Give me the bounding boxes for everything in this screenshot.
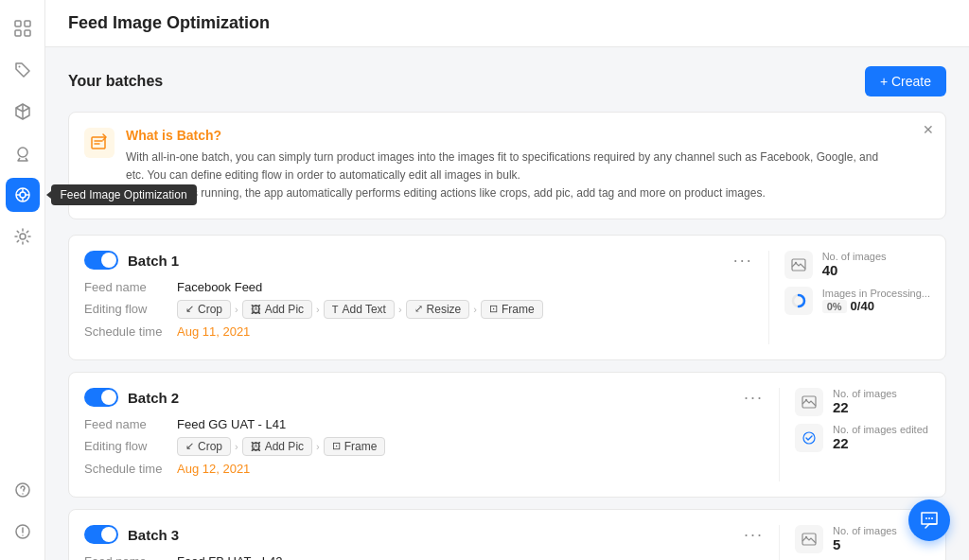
info-banner: What is Batch? With all-in-one batch, yo… xyxy=(68,112,946,219)
batch-title-row: Batch 1 xyxy=(84,251,179,270)
batch-title-row: Batch 2 xyxy=(84,388,179,407)
svg-point-30 xyxy=(931,517,933,519)
svg-point-20 xyxy=(794,261,796,263)
close-banner-button[interactable]: ✕ xyxy=(923,122,934,137)
stat-text-1: No. of images edited 22 xyxy=(833,424,928,451)
stat-label: Images in Processing... xyxy=(822,288,930,299)
sidebar-item-badge[interactable] xyxy=(6,136,40,170)
create-button[interactable]: + Create xyxy=(865,66,946,96)
svg-rect-3 xyxy=(25,30,30,36)
batch-toggle-1[interactable] xyxy=(84,251,118,270)
batch-toggle-3[interactable] xyxy=(84,525,118,544)
chat-button[interactable] xyxy=(908,499,950,541)
info-banner-title: What is Batch? xyxy=(126,128,878,143)
batch-card-2: Batch 2 ··· Feed name Feed GG UAT - L41 … xyxy=(68,372,946,498)
svg-point-13 xyxy=(16,483,29,497)
batch-card-3: Batch 3 ··· Feed name Feed FB UAT - L42 … xyxy=(68,509,946,560)
help-circle-icon[interactable] xyxy=(6,473,40,507)
batch-more-menu-3[interactable]: ··· xyxy=(744,525,764,545)
sidebar-bottom xyxy=(6,473,40,549)
editing-flow-label: Editing flow xyxy=(84,439,169,453)
stat-text-0: No. of images 22 xyxy=(833,388,897,415)
batch-main-1: Batch 1 ··· Feed name Facebook Feed Edit… xyxy=(84,251,753,344)
grid-icon[interactable] xyxy=(6,11,40,45)
stat-text-0: No. of images 5 xyxy=(833,525,897,552)
svg-rect-2 xyxy=(15,30,21,36)
feed-name-label: Feed name xyxy=(84,554,169,560)
batch-stats-2: No. of images 22 No. of images edited 22 xyxy=(779,388,930,481)
flow-pill-crop: ↙ Crop xyxy=(177,300,231,319)
batch-title-row: Batch 3 xyxy=(84,525,179,544)
svg-point-17 xyxy=(22,534,24,536)
info-banner-icon xyxy=(84,128,115,158)
svg-point-4 xyxy=(18,66,20,68)
page-header: Feed Image Optimization xyxy=(45,0,969,47)
stat-label-0: No. of images xyxy=(833,525,897,536)
info-banner-body: What is Batch? With all-in-one batch, yo… xyxy=(126,128,878,203)
page-title: Feed Image Optimization xyxy=(68,13,270,32)
batch-stats-1: No. of images 40 Images in Process xyxy=(768,251,930,344)
stat-label-0: No. of images xyxy=(822,251,887,262)
batch-stats-3: No. of images 5 No. of images edited 5 xyxy=(779,525,930,560)
stat-icon-1 xyxy=(795,424,823,452)
sidebar-item-box[interactable] xyxy=(6,95,40,129)
svg-point-24 xyxy=(803,432,815,444)
stat-label-1: No. of images edited xyxy=(833,424,928,435)
stat-icon-0 xyxy=(795,388,823,416)
sidebar-tooltip: Feed Image Optimization xyxy=(51,184,197,205)
batch-feed-row-2: Feed name Feed GG UAT - L41 xyxy=(84,417,764,431)
batch-schedule-row-1: Schedule time Aug 11, 2021 xyxy=(84,324,753,339)
batch-title-2: Batch 2 xyxy=(128,390,179,406)
batch-flow-row-2: Editing flow ↙ Crop›🖼 Add Pic›⊡ Frame xyxy=(84,437,764,456)
feed-name-value-2: Feed GG UAT - L41 xyxy=(177,417,286,431)
tag-icon[interactable] xyxy=(6,53,40,87)
flow-pill-add-pic: 🖼 Add Pic xyxy=(242,300,312,319)
batch-header-1: Batch 1 ··· xyxy=(84,251,753,271)
sidebar-item-grid[interactable] xyxy=(6,11,40,45)
stat-item-1: No. of images edited 22 xyxy=(795,424,930,452)
batch-title-1: Batch 1 xyxy=(128,253,179,269)
box-icon[interactable] xyxy=(6,95,40,129)
flow-pill-add-text: T Add Text xyxy=(324,300,395,319)
stat-text-0: No. of images 40 xyxy=(822,251,887,278)
schedule-time-label: Schedule time xyxy=(84,324,169,339)
flow-arrow: › xyxy=(316,441,320,452)
svg-point-7 xyxy=(20,192,26,198)
settings-icon[interactable] xyxy=(6,219,40,254)
sidebar-item-tag[interactable] xyxy=(6,53,40,87)
batch-more-menu-1[interactable]: ··· xyxy=(733,251,753,271)
batch-schedule-row-2: Schedule time Aug 12, 2021 xyxy=(84,462,764,476)
stat-item-0: No. of images 40 xyxy=(784,251,930,279)
feed-optimization-icon[interactable] xyxy=(6,178,40,212)
svg-point-28 xyxy=(925,517,927,519)
sidebar-item-feed[interactable]: Feed Image Optimization xyxy=(6,178,40,212)
svg-point-12 xyxy=(20,234,26,239)
batch-header-2: Batch 2 ··· xyxy=(84,388,764,408)
badge-icon[interactable] xyxy=(6,136,40,170)
progress-percent: 0% xyxy=(822,300,847,313)
flow-arrow: › xyxy=(316,304,320,315)
stat-icon-0 xyxy=(795,525,823,553)
main-content: Feed Image Optimization Your batches + C… xyxy=(45,0,969,560)
svg-point-26 xyxy=(805,535,807,537)
section-title: Your batches xyxy=(68,73,163,90)
section-header: Your batches + Create xyxy=(68,66,946,96)
batch-toggle-2[interactable] xyxy=(84,388,118,407)
batch-feed-row-3: Feed name Feed FB UAT - L42 xyxy=(84,554,764,560)
svg-point-14 xyxy=(22,493,24,495)
svg-rect-0 xyxy=(15,21,21,26)
stat-item-0: No. of images 22 xyxy=(795,388,930,416)
flow-pill-frame: ⊡ Frame xyxy=(324,437,386,456)
batch-more-menu-2[interactable]: ··· xyxy=(744,388,764,408)
stat-progress-icon xyxy=(784,287,813,315)
stat-value-0: 40 xyxy=(822,262,887,278)
flow-pill-add-pic: 🖼 Add Pic xyxy=(242,437,312,456)
batch-list: Batch 1 ··· Feed name Facebook Feed Edit… xyxy=(68,235,946,560)
info-banner-line2: etc. You can define editing flow in orde… xyxy=(126,166,878,184)
feed-name-label: Feed name xyxy=(84,417,169,431)
svg-rect-1 xyxy=(25,21,30,26)
sidebar-item-settings[interactable] xyxy=(6,219,40,254)
stat-icon-0 xyxy=(784,251,813,279)
batch-header-3: Batch 3 ··· xyxy=(84,525,764,545)
alert-icon[interactable] xyxy=(6,515,40,549)
